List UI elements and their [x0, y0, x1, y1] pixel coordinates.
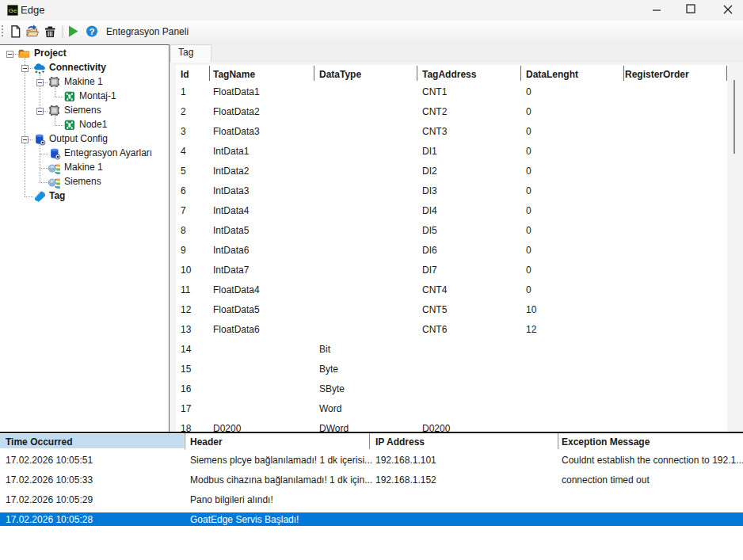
svg-text:Ge: Ge — [9, 7, 17, 14]
svg-text:?: ? — [89, 27, 94, 36]
